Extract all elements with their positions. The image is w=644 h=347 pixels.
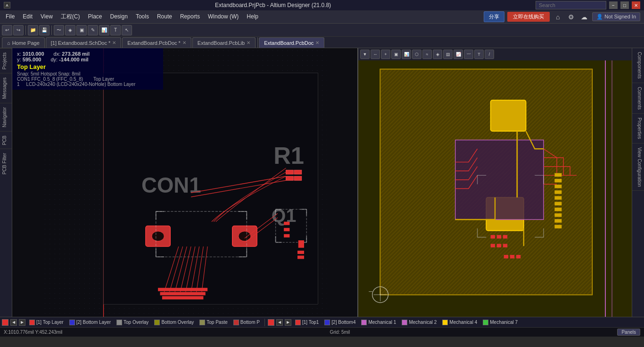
svg-rect-63 (497, 244, 501, 247)
layer-tab-top-overlay[interactable]: Top Overlay (115, 319, 150, 326)
rtb-add[interactable]: + (381, 50, 390, 59)
svg-rect-53 (554, 196, 561, 199)
search-input[interactable] (536, 1, 606, 9)
bottom-p-label: Bottom P (240, 320, 260, 325)
menu-tools[interactable]: Tools (132, 12, 153, 21)
rtb-line[interactable]: / (485, 50, 494, 59)
menu-reports[interactable]: Reports (176, 12, 204, 21)
tab-close-pcb[interactable]: ✕ (182, 40, 186, 45)
layer-tab-bottom-overlay[interactable]: Bottom Overlay (152, 319, 196, 326)
panel-comments[interactable]: Comments (632, 83, 644, 114)
menu-view[interactable]: View (37, 12, 57, 21)
layer-tab-bottom[interactable]: [2] Bottom Layer (67, 319, 113, 326)
layer-tab-mech1[interactable]: Mechanical 1 (359, 319, 398, 326)
window-controls-left: A (4, 2, 10, 8)
tab-schematic[interactable]: [1] Extandboard.SchDoc * ✕ (46, 37, 122, 48)
panels-button[interactable]: Panels (617, 329, 640, 336)
tb-cursor[interactable]: ↖ (122, 25, 132, 35)
menu-design[interactable]: Design (107, 12, 132, 21)
layer-tab-mech2[interactable]: Mechanical 2 (400, 319, 438, 326)
minimize-button[interactable]: − (609, 1, 618, 9)
tb-chart[interactable]: 📊 (99, 25, 109, 35)
rtb-select[interactable]: ▣ (391, 50, 401, 59)
tab-close-lib[interactable]: ✕ (247, 40, 250, 45)
tb-redo[interactable]: ↪ (13, 25, 24, 35)
panel-properties[interactable]: Properties (632, 114, 644, 144)
rtb-route2[interactable]: ≈ (422, 50, 432, 59)
tab-close-sch[interactable]: ✕ (112, 40, 116, 45)
rtb-chart[interactable]: 📊 (402, 50, 411, 59)
mech2-label: Mechanical 2 (409, 320, 437, 325)
panel-navigator[interactable]: Navigator (0, 103, 12, 131)
cloud-icon-button[interactable]: ☁ (579, 12, 589, 22)
tb-open[interactable]: 📁 (28, 25, 38, 35)
tb-edit[interactable]: ✎ (88, 25, 98, 35)
rtb-net[interactable]: ↔ (371, 50, 380, 59)
layer-tab-bottom-p[interactable]: Bottom P (231, 319, 262, 326)
svg-rect-34 (284, 228, 289, 231)
tb-save[interactable]: 💾 (39, 25, 50, 35)
share-button[interactable]: 分享 (484, 11, 504, 22)
layer-next-right[interactable]: ▶ (285, 319, 291, 326)
pcb-view-left[interactable]: x: 1010.000 dx: 273.268 mil y: 595.000 d… (12, 48, 358, 317)
settings-icon-button[interactable]: ⚙ (566, 12, 576, 22)
panel-view-config[interactable]: View Configuration (632, 144, 644, 191)
tb-select[interactable]: ▣ (76, 25, 87, 35)
rtb-layer[interactable]: ▤ (443, 50, 453, 59)
layer-tab-top-paste[interactable]: Top Paste (198, 319, 229, 326)
tab-pcbdoc-active[interactable]: ExtandBoard.PcbDoc ✕ (259, 37, 324, 48)
tb-marker[interactable]: ◈ (65, 25, 75, 35)
tab-pcblib[interactable]: ExtandBoard.PcbLib ✕ (192, 37, 256, 48)
layer-tab-mech7[interactable]: Mechanical 7 (481, 319, 520, 326)
layer-tab-bottom4[interactable]: [2] Bottom4 (322, 319, 357, 326)
menu-window[interactable]: Window (W) (204, 12, 242, 21)
menu-help[interactable]: Help (243, 12, 262, 21)
tab-home[interactable]: ⌂ Home Page (2, 37, 45, 48)
layer-tab-mech4[interactable]: Mechanical 4 (440, 319, 479, 326)
menu-edit[interactable]: Edit (19, 12, 36, 21)
status-bar: X:1010.776mil Y:452.243mil Grid: 5mil Pa… (0, 327, 644, 337)
menu-route[interactable]: Route (153, 12, 176, 21)
layer-next-left[interactable]: ▶ (19, 319, 25, 326)
rtb-chart2[interactable]: 📈 (454, 50, 463, 59)
rtb-text[interactable]: T (474, 50, 484, 59)
layer-sep-1 (264, 319, 265, 326)
layer-tab-top1[interactable]: [1] Top1 (293, 319, 321, 326)
panel-pcb-filter[interactable]: PCB Filter (0, 149, 12, 178)
pcb-view-right[interactable]: ▼ ↔ + ▣ 📊 ⬡ ≈ ◈ ▤ 📈 〰 T / (358, 48, 632, 317)
rtb-marker2[interactable]: ◈ (433, 50, 442, 59)
svg-rect-64 (503, 244, 507, 247)
mech7-label: Mechanical 7 (490, 320, 518, 325)
mech1-color (361, 320, 367, 325)
tb-text[interactable]: T (110, 25, 121, 35)
rtb-filter[interactable]: ▼ (360, 50, 370, 59)
tb-undo[interactable]: ↩ (2, 25, 12, 35)
svg-rect-45 (491, 100, 526, 131)
mech1-label: Mechanical 1 (368, 320, 396, 325)
panel-components[interactable]: Components (632, 48, 644, 83)
rtb-comp[interactable]: ⬡ (412, 50, 421, 59)
menu-file[interactable]: File (2, 12, 18, 21)
restore-button[interactable]: □ (620, 1, 629, 9)
menu-place[interactable]: Place (84, 12, 106, 21)
svg-point-11 (239, 231, 251, 241)
tab-pcbdoc[interactable]: ExtandBoard.PcbDoc * ✕ (122, 37, 191, 48)
user-button[interactable]: 👤 Not Signed In (592, 12, 640, 21)
tab-close-active[interactable]: ✕ (315, 40, 319, 45)
panel-projects[interactable]: Projects (0, 48, 12, 73)
panel-pcb[interactable]: PCB (0, 131, 12, 149)
svg-rect-54 (554, 202, 561, 205)
layer-tab-top[interactable]: [1] Top Layer (27, 319, 66, 326)
svg-rect-60 (497, 235, 501, 238)
rtb-route3[interactable]: 〰 (464, 50, 473, 59)
close-button[interactable]: ✕ (632, 1, 640, 9)
status-coords: X:1010.776mil Y:452.243mil (4, 330, 62, 335)
home-icon-button[interactable]: ⌂ (553, 12, 563, 22)
menu-project[interactable]: 工程(C) (57, 11, 84, 22)
layer-prev-right[interactable]: ◀ (276, 319, 283, 326)
panel-messages[interactable]: Messages (0, 73, 12, 103)
svg-rect-21 (158, 288, 207, 291)
layer-prev-left[interactable]: ◀ (10, 319, 17, 326)
tb-wave[interactable]: 〜 (54, 25, 64, 35)
buy-button[interactable]: 立即在线购买 (507, 12, 550, 22)
